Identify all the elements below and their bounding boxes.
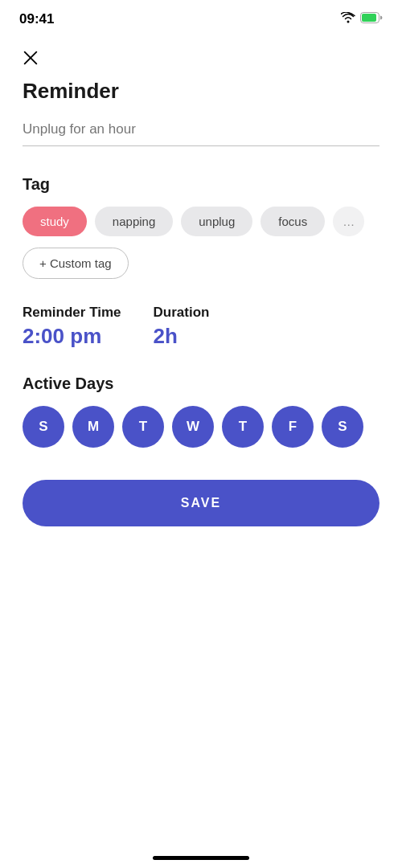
reminder-input[interactable] — [23, 117, 379, 145]
day-thursday[interactable]: T — [222, 406, 264, 448]
status-time: 09:41 — [19, 11, 54, 27]
day-saturday[interactable]: S — [322, 406, 363, 448]
tag-focus[interactable]: focus — [260, 207, 325, 236]
custom-tag-button[interactable]: + Custom tag — [23, 248, 129, 279]
status-icons — [341, 12, 383, 27]
day-wednesday[interactable]: W — [172, 406, 214, 448]
duration-block: Duration 2h — [154, 305, 210, 349]
day-sunday[interactable]: S — [23, 406, 64, 448]
reminder-time-value[interactable]: 2:00 pm — [23, 324, 121, 349]
tag-unplug[interactable]: unplug — [181, 207, 252, 236]
duration-value[interactable]: 2h — [154, 324, 210, 349]
save-button[interactable]: SAVE — [23, 480, 379, 526]
active-days-title: Active Days — [23, 375, 379, 393]
reminder-time-label: Reminder Time — [23, 305, 121, 321]
day-friday[interactable]: F — [272, 406, 314, 448]
page-title: Reminder — [23, 79, 379, 104]
status-bar: 09:41 — [0, 0, 402, 35]
svg-rect-1 — [362, 14, 376, 22]
days-row: S M T W T F S — [23, 406, 379, 448]
home-indicator — [153, 856, 249, 860]
active-days-section: Active Days S M T W T F S — [23, 375, 379, 448]
tag-section-title: Tag — [23, 175, 379, 194]
duration-label: Duration — [154, 305, 210, 321]
tag-study[interactable]: study — [23, 207, 87, 236]
main-content: Reminder Tag study napping unplug focus … — [0, 79, 402, 546]
tag-napping[interactable]: napping — [95, 207, 173, 236]
close-button[interactable] — [16, 43, 45, 72]
reminder-input-wrapper — [23, 117, 379, 146]
reminder-time-block: Reminder Time 2:00 pm — [23, 305, 121, 349]
day-monday[interactable]: M — [72, 406, 114, 448]
tag-overflow[interactable]: … — [333, 207, 364, 236]
tags-row: study napping unplug focus … — [23, 207, 379, 236]
day-tuesday[interactable]: T — [122, 406, 164, 448]
wifi-icon — [341, 12, 355, 27]
time-duration-row: Reminder Time 2:00 pm Duration 2h — [23, 305, 379, 349]
tag-section: Tag study napping unplug focus … + Custo… — [23, 175, 379, 279]
battery-icon — [360, 12, 383, 27]
